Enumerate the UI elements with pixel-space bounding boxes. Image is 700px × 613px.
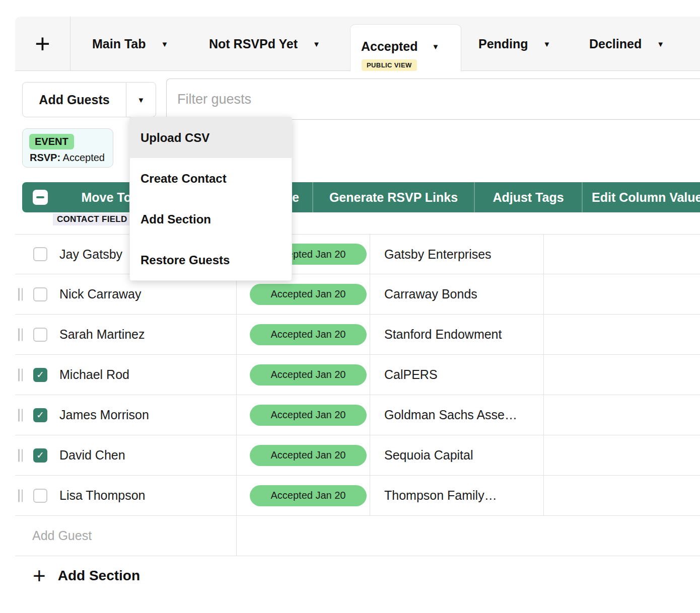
tab-bar: + Main Tab ▼ Not RSVPd Yet ▼ Accepted ▼ … (15, 17, 700, 71)
table-row: ✓ Sarah Martinez Accepted Jan 20 Stanfor… (15, 315, 700, 355)
add-section-label: Add Section (58, 568, 140, 584)
guest-name[interactable]: Nick Carraway (59, 287, 142, 301)
public-view-badge: PUBLIC VIEW (362, 59, 417, 71)
rsvp-status-pill[interactable]: Accepted Jan 20 (250, 405, 367, 426)
company-cell[interactable]: Gatsby Enterprises (370, 235, 544, 274)
tab-label: Main Tab (92, 37, 146, 51)
row-checkbox[interactable]: ✓ (33, 328, 47, 342)
row-checkbox[interactable]: ✓ (33, 408, 47, 422)
chevron-down-icon[interactable]: ▼ (161, 40, 168, 48)
rsvp-filter-text: RSVP: Accepted (30, 152, 105, 164)
row-checkbox[interactable]: ✓ (33, 489, 47, 503)
check-icon: ✓ (36, 410, 44, 420)
guest-name[interactable]: Lisa Thompson (59, 488, 145, 503)
filter-guests-input[interactable] (166, 79, 700, 120)
drag-handle-icon[interactable] (18, 368, 23, 381)
company-name: Carraway Bonds (384, 287, 477, 301)
empty-cell[interactable] (544, 315, 700, 354)
empty-cell[interactable] (544, 355, 700, 395)
company-cell[interactable]: Carraway Bonds (370, 274, 544, 314)
guest-name[interactable]: Michael Rod (59, 367, 129, 382)
rsvp-filter-chip[interactable]: EVENT RSVP: Accepted (22, 128, 113, 168)
rsvp-filter-value: Accepted (60, 152, 105, 163)
rsvp-status-pill[interactable]: Accepted Jan 20 (250, 284, 367, 305)
menu-item-create-contact[interactable]: Create Contact (130, 158, 292, 199)
tab-main-tab[interactable]: Main Tab ▼ (92, 17, 168, 71)
select-all-checkbox[interactable] (22, 182, 58, 212)
empty-cell[interactable] (544, 235, 700, 274)
menu-item-add-section[interactable]: Add Section (130, 199, 292, 240)
rsvp-status-pill[interactable]: Accepted Jan 20 (250, 485, 367, 506)
contact-field-column-header[interactable]: CONTACT FIELD (53, 213, 132, 225)
plus-icon: + (35, 31, 50, 57)
edit-column-values-button[interactable]: Edit Column Values (582, 182, 700, 212)
row-checkbox[interactable]: ✓ (33, 448, 47, 463)
name-cell: ✓ Sarah Martinez (15, 315, 237, 354)
name-cell: ✓ James Morrison (15, 395, 237, 435)
adjust-tags-button[interactable]: Adjust Tags (474, 182, 582, 212)
menu-item-upload-csv[interactable]: Upload CSV (130, 117, 292, 158)
tab-label: Accepted (361, 39, 418, 54)
add-guest-placeholder: Add Guest (32, 528, 92, 543)
company-name: Stanford Endowment (384, 327, 502, 342)
add-guests-button[interactable]: Add Guests (23, 83, 126, 117)
rsvp-status-pill[interactable]: Accepted Jan 20 (250, 324, 367, 345)
add-guests-dropdown-button[interactable]: ▼ (126, 83, 156, 117)
tab-not-rsvpd-yet[interactable]: Not RSVPd Yet ▼ (209, 17, 320, 71)
plus-icon: + (33, 565, 46, 587)
row-checkbox[interactable]: ✓ (33, 247, 47, 261)
company-cell[interactable]: CalPERS (370, 355, 544, 395)
generate-rsvp-links-button[interactable]: Generate RSVP Links (312, 182, 474, 212)
guest-name[interactable]: David Chen (59, 448, 125, 463)
company-cell[interactable]: Stanford Endowment (370, 315, 544, 354)
company-name: Goldman Sachs Asse… (384, 408, 517, 422)
company-name: Gatsby Enterprises (384, 247, 492, 262)
check-icon: ✓ (36, 370, 44, 379)
tab-accepted-row: Accepted ▼ (361, 39, 439, 54)
guest-name[interactable]: Jay Gatsby (59, 247, 122, 262)
guest-table: ✓ Jay Gatsby Accepted Jan 20 Gatsby Ente… (15, 234, 700, 556)
tab-pending[interactable]: Pending ▼ (478, 17, 550, 71)
table-row: ✓ James Morrison Accepted Jan 20 Goldman… (15, 395, 700, 435)
empty-cell[interactable] (544, 435, 700, 475)
table-row: ✓ David Chen Accepted Jan 20 Sequoia Cap… (15, 435, 700, 476)
drag-handle-icon[interactable] (18, 489, 23, 502)
minus-icon (36, 196, 44, 199)
chevron-down-icon[interactable]: ▼ (543, 40, 551, 48)
rsvp-cell: Accepted Jan 20 (237, 315, 370, 354)
tab-declined[interactable]: Declined ▼ (589, 17, 664, 71)
rsvp-status-pill[interactable]: Accepted Jan 20 (250, 445, 367, 466)
table-row: ✓ Lisa Thompson Accepted Jan 20 Thompson… (15, 476, 700, 516)
add-guests-split-button: Add Guests ▼ (22, 82, 156, 117)
row-checkbox[interactable]: ✓ (33, 368, 47, 382)
add-section-button[interactable]: + Add Section (15, 560, 140, 592)
drag-handle-icon[interactable] (18, 449, 23, 462)
add-guest-input[interactable]: Add Guest (15, 516, 237, 556)
add-tab-button[interactable]: + (15, 17, 71, 71)
name-cell: ✓ Michael Rod (15, 355, 237, 395)
company-cell[interactable]: Sequoia Capital (370, 435, 544, 475)
tab-accepted-active[interactable]: Accepted ▼ PUBLIC VIEW (350, 24, 461, 71)
guest-name[interactable]: James Morrison (59, 408, 149, 422)
rsvp-status-pill[interactable]: Accepted Jan 20 (250, 364, 367, 386)
chevron-down-icon[interactable]: ▼ (657, 40, 664, 48)
chevron-down-icon: ▼ (137, 96, 145, 104)
row-checkbox[interactable]: ✓ (33, 287, 47, 301)
drag-handle-icon[interactable] (18, 328, 23, 341)
chevron-down-icon[interactable]: ▼ (432, 43, 440, 50)
menu-item-restore-guests[interactable]: Restore Guests (130, 240, 292, 280)
drag-handle-icon[interactable] (18, 288, 23, 300)
empty-cell[interactable] (544, 395, 700, 435)
empty-cell[interactable] (237, 516, 700, 556)
guest-name[interactable]: Sarah Martinez (59, 327, 145, 342)
company-name: CalPERS (384, 367, 438, 382)
company-cell[interactable]: Goldman Sachs Asse… (370, 395, 544, 435)
empty-cell[interactable] (544, 476, 700, 515)
table-row: ✓ Michael Rod Accepted Jan 20 CalPERS (15, 355, 700, 395)
company-cell[interactable]: Thompson Family… (370, 476, 544, 515)
tab-label: Pending (478, 37, 528, 51)
check-icon: ✓ (36, 450, 44, 460)
chevron-down-icon[interactable]: ▼ (313, 40, 320, 48)
empty-cell[interactable] (544, 274, 700, 314)
drag-handle-icon[interactable] (18, 409, 23, 421)
